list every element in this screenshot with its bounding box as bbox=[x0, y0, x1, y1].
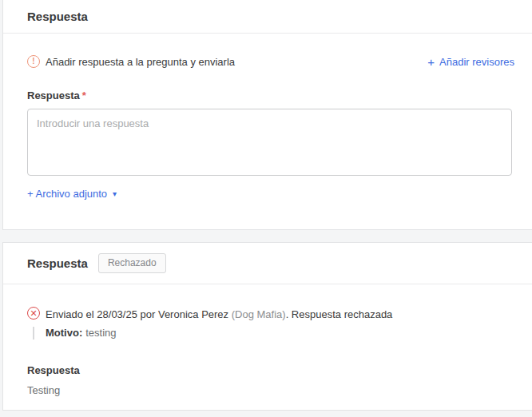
rejected-response-header: Respuesta Rechazado bbox=[3, 243, 532, 284]
info-message-group: ! Añadir respuesta a la pregunta y envia… bbox=[27, 55, 235, 68]
plus-icon: + bbox=[427, 56, 435, 68]
attachment-link[interactable]: + Archivo adjunto ▾ bbox=[27, 188, 117, 200]
submission-text-before: Enviado el 28/03/25 por Veronica Perez bbox=[46, 308, 232, 320]
info-message: Añadir respuesta a la pregunta y enviarl… bbox=[46, 56, 235, 68]
info-row: ! Añadir respuesta a la pregunta y envia… bbox=[27, 55, 514, 68]
reason-label: Motivo: bbox=[46, 327, 82, 339]
reason-value: testing bbox=[85, 327, 116, 339]
required-marker: * bbox=[82, 89, 86, 101]
submission-text: Enviado el 28/03/25 por Veronica Perez (… bbox=[46, 308, 392, 321]
rejected-response-card: Respuesta Rechazado ✕ Enviado el 28/03/2… bbox=[2, 242, 532, 411]
rejected-glyph: ✕ bbox=[30, 309, 37, 318]
submission-text-after: . Respuesta rechazada bbox=[286, 308, 393, 320]
rejected-response-body: ✕ Enviado el 28/03/25 por Veronica Perez… bbox=[3, 284, 532, 396]
rejection-reason-row: Motivo:testing bbox=[33, 327, 529, 340]
rejected-response-title: Respuesta bbox=[27, 256, 88, 270]
submission-org: (Dog Mafia) bbox=[232, 308, 286, 320]
warning-glyph: ! bbox=[32, 58, 34, 66]
attachment-label: + Archivo adjunto bbox=[27, 188, 107, 200]
answer-label: Respuesta bbox=[27, 364, 529, 376]
attachment-row: + Archivo adjunto ▾ bbox=[27, 186, 514, 201]
response-field-label-row: Respuesta* bbox=[27, 89, 514, 101]
response-textarea[interactable] bbox=[27, 109, 512, 176]
rejected-icon: ✕ bbox=[27, 307, 40, 320]
response-form-header: Respuesta bbox=[3, 0, 532, 34]
response-field-label: Respuesta bbox=[27, 89, 80, 101]
status-badge: Rechazado bbox=[98, 253, 166, 272]
chevron-down-icon: ▾ bbox=[113, 189, 117, 198]
warning-icon: ! bbox=[27, 55, 40, 68]
response-form-title: Respuesta bbox=[27, 10, 88, 23]
page: Respuesta ! Añadir respuesta a la pregun… bbox=[0, 0, 532, 411]
response-form-card: Respuesta ! Añadir respuesta a la pregun… bbox=[2, 0, 532, 230]
add-reviewers-label: Añadir revisores bbox=[439, 56, 514, 68]
answer-value: Testing bbox=[27, 384, 529, 396]
response-form-body: ! Añadir respuesta a la pregunta y envia… bbox=[3, 34, 514, 201]
submission-row: ✕ Enviado el 28/03/25 por Veronica Perez… bbox=[27, 308, 529, 321]
add-reviewers-link[interactable]: + Añadir revisores bbox=[427, 56, 514, 68]
